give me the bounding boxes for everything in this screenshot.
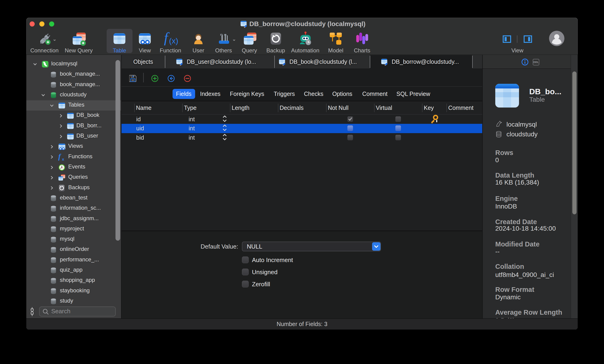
svg-text:f: f (58, 153, 62, 161)
svg-text:x: x (62, 157, 64, 161)
